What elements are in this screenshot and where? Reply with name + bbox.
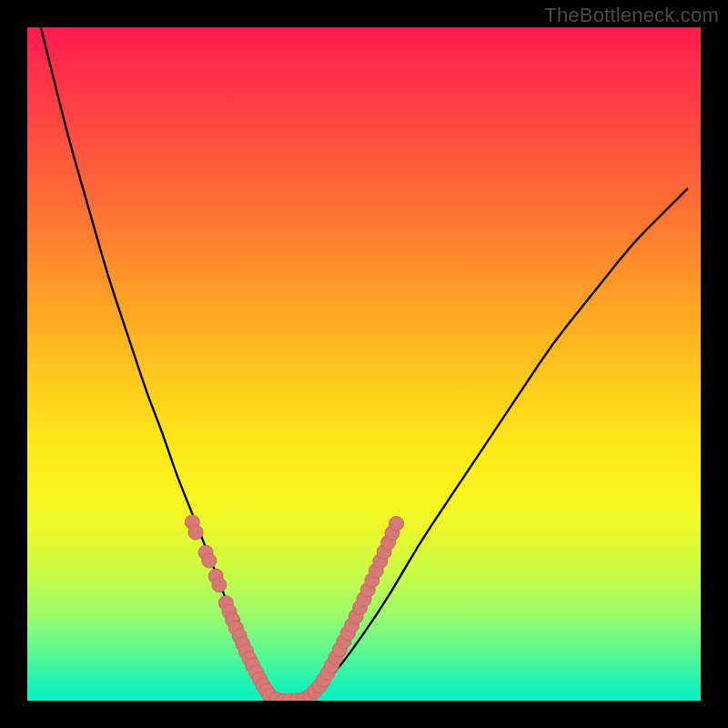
plot-area — [27, 27, 701, 701]
watermark-text: TheBottleneck.com — [544, 4, 719, 27]
curve-marker — [389, 516, 404, 531]
chart-frame: TheBottleneck.com — [0, 0, 728, 728]
marker-group — [185, 515, 403, 701]
curve-marker — [212, 578, 227, 592]
curve-marker — [188, 525, 203, 540]
chart-svg — [27, 27, 701, 701]
curve-marker — [202, 553, 217, 568]
